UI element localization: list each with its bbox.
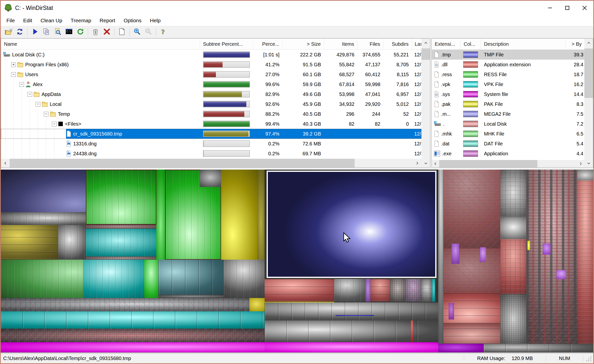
command-prompt-button[interactable]: C:\ [63, 27, 75, 37]
minimize-button[interactable] [541, 1, 559, 15]
column-header-perce[interactable]: Perce... [253, 39, 282, 49]
treemap-block[interactable] [480, 247, 486, 262]
collapse-toggle[interactable]: − [11, 72, 16, 77]
resume-button[interactable] [29, 27, 41, 37]
treemap-block[interactable] [83, 260, 144, 298]
treemap[interactable] [1, 170, 593, 352]
scroll-down-arrow[interactable] [584, 159, 593, 167]
scroll-up-arrow[interactable] [421, 39, 430, 47]
menu-file[interactable]: File [2, 15, 19, 26]
treemap-block[interactable] [224, 260, 265, 298]
resize-grip[interactable] [583, 354, 593, 363]
treemap-block[interactable] [556, 270, 566, 279]
directory-row-files[interactable]: −<Files>99.4%40.3 GB8282012/30 [1, 119, 421, 129]
menu-report[interactable]: Report [95, 15, 119, 26]
treemap-block[interactable] [577, 170, 593, 181]
scroll-down-arrow[interactable] [421, 159, 430, 167]
treemap-block[interactable] [86, 170, 156, 225]
treemap-block[interactable] [500, 294, 526, 344]
extension-row-item[interactable]: .Local Disk7.2 [432, 119, 584, 129]
zoom-out-button[interactable] [143, 27, 154, 37]
treemap-block[interactable] [1, 225, 58, 260]
menu-help[interactable]: Help [146, 15, 165, 26]
extension-row-dat[interactable]: .datDAT File5.4 [432, 139, 584, 149]
menu-edit[interactable]: Edit [19, 15, 36, 26]
directory-row-cr-sdk-09315680-tmp[interactable]: cr_sdk_09315680.tmp97.4%39.2 GB12/30 [1, 129, 421, 139]
column-header-subdirs[interactable]: Subdirs [383, 39, 412, 49]
treemap-block[interactable] [144, 260, 159, 298]
treemap-block[interactable] [411, 320, 413, 342]
column-header-extensi[interactable]: Extensi... [432, 39, 461, 49]
collapse-toggle[interactable]: − [36, 102, 40, 107]
scroll-right-arrow[interactable] [577, 160, 584, 167]
scroll-right-arrow[interactable] [413, 159, 421, 167]
extension-row-sys[interactable]: .sysSystem file14.4 [432, 89, 584, 99]
scroll-thumb[interactable] [584, 48, 593, 98]
treemap-block[interactable] [158, 260, 224, 295]
help-button[interactable]: ? [158, 27, 169, 37]
collapse-toggle[interactable]: − [52, 122, 57, 126]
directory-horizontal-scrollbar[interactable] [1, 159, 421, 167]
extension-row-vpk[interactable]: .vpkVPK File16.2 [432, 79, 584, 89]
treemap-block[interactable] [1, 260, 83, 298]
treemap-block[interactable] [500, 239, 526, 294]
column-header-items[interactable]: Items [324, 39, 357, 49]
treemap-block[interactable] [438, 344, 483, 352]
treemap-block[interactable] [200, 170, 221, 187]
treemap-block[interactable] [405, 279, 421, 302]
directory-row-users[interactable]: −Users27.0%60.1 GB68,52760,4128,11512/30 [1, 69, 421, 79]
treemap-block[interactable] [1, 212, 86, 225]
column-header-name[interactable]: Name [1, 39, 200, 49]
extension-horizontal-scrollbar[interactable] [432, 160, 584, 167]
delete-button[interactable] [101, 27, 113, 37]
column-header-col[interactable]: Col... [461, 39, 481, 49]
treemap-block[interactable] [86, 229, 156, 256]
extension-row-mhk[interactable]: .mhkMHK File6.5 [432, 129, 584, 139]
treemap-block[interactable] [432, 279, 435, 302]
treemap-block[interactable] [452, 244, 459, 264]
treemap-block[interactable] [265, 302, 438, 320]
treemap-selected-file-block[interactable] [267, 171, 437, 278]
treemap-block[interactable] [265, 342, 438, 352]
treemap-block[interactable] [438, 170, 443, 344]
recycle-bin-button[interactable] [90, 27, 101, 37]
directory-row-local-disk-c[interactable]: Local Disk (C:)[1:01 s]222.2 GB429,87637… [1, 50, 421, 60]
treemap-block[interactable] [527, 241, 530, 250]
close-button[interactable] [576, 1, 593, 15]
refresh-selected-button[interactable] [75, 27, 86, 37]
treemap-block[interactable] [443, 170, 500, 248]
treemap-block[interactable] [257, 170, 265, 260]
treemap-block[interactable] [250, 298, 265, 311]
treemap-block[interactable] [156, 170, 165, 260]
scroll-up-arrow[interactable] [584, 39, 593, 47]
extension-row-tmp[interactable]: .tmpTMP File39.3 [432, 50, 584, 60]
treemap-block[interactable] [1, 329, 265, 342]
zoom-in-button[interactable] [131, 27, 143, 37]
treemap-block[interactable] [221, 170, 257, 260]
treemap-block[interactable] [370, 279, 390, 302]
extension-row-m[interactable]: .m...MEGA2 File7.5 [432, 109, 584, 119]
column-header-by[interactable]: > By [566, 39, 584, 49]
treemap-block[interactable] [158, 295, 224, 298]
column-header-subtree-percent[interactable]: Subtree Percent... [200, 39, 253, 49]
refresh-all-button[interactable] [14, 27, 25, 37]
treemap-block[interactable] [58, 225, 86, 260]
menu-clean-up[interactable]: Clean Up [36, 15, 67, 26]
directory-row-program-files-x86[interactable]: +Program Files (x86)41.2%91.5 GB55,84247… [1, 60, 421, 69]
directory-row-alex[interactable]: −Alex99.6%59.9 GB67,81459,9987,81612/30 [1, 79, 421, 89]
treemap-block[interactable] [449, 303, 454, 319]
treemap-block[interactable] [334, 279, 366, 302]
scroll-left-arrow[interactable] [1, 159, 10, 167]
extension-row-ress[interactable]: .ressRESS File18.7 [432, 69, 584, 79]
treemap-block[interactable] [543, 244, 550, 254]
treemap-block[interactable] [1, 298, 265, 311]
column-header-description[interactable]: Description [481, 39, 566, 49]
treemap-block[interactable] [86, 225, 156, 229]
treemap-block[interactable] [500, 170, 526, 217]
treemap-block[interactable] [577, 181, 593, 344]
column-header-size[interactable]: > Size [282, 39, 324, 49]
scroll-left-arrow[interactable] [432, 160, 439, 167]
scroll-thumb[interactable] [439, 160, 537, 167]
open-button[interactable] [3, 27, 14, 37]
directory-row-local[interactable]: −Local92.6%45.9 GB34,93229,9205,01212/30 [1, 99, 421, 109]
